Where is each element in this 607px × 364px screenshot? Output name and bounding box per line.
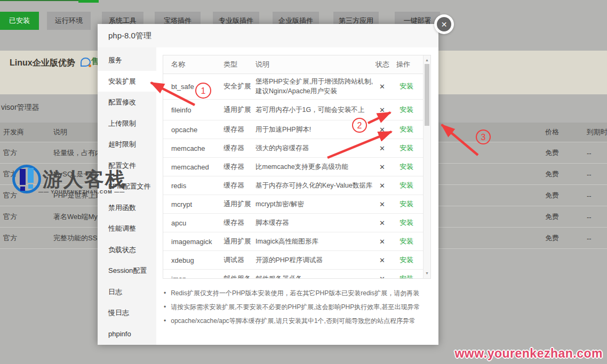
sidebar-item-性能调整[interactable]: 性能调整: [98, 218, 156, 239]
extension-desc: 强大的内容缓存器: [255, 143, 309, 153]
top-progress-line: [0, 0, 78, 1]
extension-type: 通用扩展: [223, 105, 251, 115]
sidebar-item-配置文件[interactable]: 配置文件: [98, 155, 156, 176]
extension-desc: 比memcache支持更多高级功能: [255, 162, 348, 172]
note-item: opcache/xcache/apc等脚本缓存扩展,请只安装其中1个,否则可能导…: [164, 314, 420, 328]
sidebar-item-上传限制[interactable]: 上传限制: [98, 113, 156, 134]
install-button[interactable]: 安装: [400, 125, 413, 134]
sidebar-item-日志[interactable]: 日志: [98, 281, 156, 303]
not-installed-icon: ✕: [379, 144, 385, 152]
not-installed-icon: ✕: [379, 126, 385, 134]
sidebar-item-配置修改[interactable]: 配置修改: [98, 92, 156, 113]
install-button[interactable]: 安装: [400, 181, 413, 190]
extension-type: 通用扩展: [223, 237, 251, 246]
install-button[interactable]: 安装: [400, 274, 413, 278]
not-installed-icon: ✕: [379, 200, 385, 208]
extension-type: 安全扩展: [223, 82, 251, 91]
top-tab[interactable]: 运行环境: [47, 12, 91, 30]
sidebar-item-超时限制[interactable]: 超时限制: [98, 134, 156, 155]
cell-vendor: 官方: [3, 148, 17, 158]
extension-row: opcache缓存器用于加速PHP脚本!✕安装: [163, 120, 423, 139]
sidebar-item-FPM配置文件[interactable]: FPM配置文件: [98, 176, 156, 197]
extension-name: mcrypt: [171, 200, 192, 208]
top-tab[interactable]: 已安装: [0, 12, 39, 30]
scrollbar-thumb[interactable]: [425, 64, 429, 126]
cell-desc: MySQL是一种关: [53, 169, 104, 179]
sidebar-item-慢日志[interactable]: 慢日志: [98, 302, 156, 323]
cell-desc: 完整功能的SSH: [53, 233, 102, 243]
cell-price: 免费: [545, 212, 559, 222]
extension-desc: 堡塔PHP安全扩展,用于增强防跨站机制,建议Nginx/Apache用户安装: [255, 77, 379, 96]
sidebar-item-安装扩展[interactable]: 安装扩展: [98, 71, 156, 92]
col-status: 状态: [376, 60, 389, 69]
not-installed-icon: ✕: [379, 106, 385, 114]
extension-row: memcache缓存器强大的内容缓存器✕安装: [163, 139, 423, 158]
cell-price: 免费: [545, 233, 559, 243]
sidebar-item-phpinfo[interactable]: phpinfo: [98, 323, 156, 345]
cell-vendor: 官方: [3, 212, 17, 222]
extension-desc: 邮件服务器必备: [255, 274, 302, 278]
col-expire: 到期时间: [587, 127, 607, 137]
scrollbar-up-icon[interactable]: ▲: [424, 56, 430, 64]
col-desc: 说明: [255, 60, 269, 69]
install-button[interactable]: 安装: [400, 82, 413, 91]
cell-vendor: 官方: [3, 191, 17, 200]
screen: 已安装运行环境系统工具宝塔插件专业版插件企业版插件第三方应用一键部署 Linux…: [0, 0, 607, 364]
extension-name: bt_safe: [171, 83, 194, 91]
extension-name: xdebug: [171, 256, 194, 264]
extension-type: 缓存器: [223, 162, 244, 172]
col-vendor: 开发商: [3, 127, 24, 137]
extension-name: opcache: [171, 126, 197, 134]
extension-desc: 基于内存亦可持久化的Key-Value数据库: [255, 181, 372, 190]
extension-row: fileinfo通用扩展若可用内存小于1G，可能会安装不上✕安装: [163, 100, 423, 120]
extension-name: imagemagick: [171, 238, 212, 246]
cell-expire: --: [587, 213, 592, 221]
col-desc: 说明: [53, 127, 67, 137]
close-button[interactable]: ✕: [434, 14, 454, 34]
extension-name: imap: [171, 275, 186, 279]
extension-desc: mcrypt加密/解密: [255, 199, 304, 209]
extension-name: memcache: [171, 144, 205, 152]
extension-row: memcached缓存器比memcache支持更多高级功能✕安装: [163, 158, 423, 176]
extension-type: 缓存器: [223, 143, 244, 153]
cell-expire: --: [587, 149, 592, 157]
extension-table-header: 名称 类型 说明 状态 操作: [163, 55, 430, 74]
modal-title: php-8.0管理: [108, 31, 151, 40]
cell-expire: --: [587, 170, 592, 178]
sidebar-item-服务[interactable]: 服务: [98, 50, 156, 71]
cell-expire: --: [587, 191, 592, 199]
install-button[interactable]: 安装: [400, 237, 413, 246]
sidebar-item-Session配置[interactable]: Session配置: [98, 260, 156, 281]
install-button[interactable]: 安装: [400, 143, 413, 153]
extension-type: 缓存器: [223, 125, 244, 134]
col-name: 名称: [171, 60, 185, 69]
install-button[interactable]: 安装: [400, 105, 413, 115]
extension-name: apcu: [171, 219, 186, 227]
extension-name: memcached: [171, 163, 209, 171]
extension-row: mcrypt通用扩展mcrypt加密/解密✕安装: [163, 195, 423, 214]
extension-desc: 用于加速PHP脚本!: [255, 125, 311, 134]
cell-desc: 轻量级，占有内: [53, 148, 102, 158]
install-button[interactable]: 安装: [400, 199, 413, 209]
site-url-watermark: www.yourenkezhan.com: [454, 346, 603, 361]
modal-sidebar: 服务安装扩展配置修改上传限制超时限制配置文件FPM配置文件禁用函数性能调整负载状…: [98, 47, 156, 345]
sidebar-item-负载状态[interactable]: 负载状态: [98, 239, 156, 261]
not-installed-icon: ✕: [379, 275, 385, 279]
extension-row: imagemagick通用扩展Imagick高性能图形库✕安装: [163, 232, 423, 251]
install-button[interactable]: 安装: [400, 255, 413, 265]
not-installed-icon: ✕: [379, 163, 385, 171]
cell-desc: 著名Web端MyS: [53, 212, 102, 222]
note-item: 请按实际需求安装扩展,不要安装不必要的PHP扩展,这会影响PHP执行效率,甚至出…: [164, 300, 420, 314]
cell-price: 免费: [545, 148, 559, 158]
extension-table-body: bt_safe安全扩展堡塔PHP安全扩展,用于增强防跨站机制,建议Nginx/A…: [163, 74, 423, 278]
modal-content: 名称 类型 说明 状态 操作 bt_safe安全扩展堡塔PHP安全扩展,用于增强…: [156, 47, 438, 345]
extension-desc: Imagick高性能图形库: [255, 237, 318, 246]
install-button[interactable]: 安装: [400, 218, 413, 228]
cell-desc: PHP是世界上最: [53, 191, 102, 200]
scrollbar-down-icon[interactable]: ▼: [424, 269, 430, 277]
sidebar-item-禁用函数[interactable]: 禁用函数: [98, 197, 156, 219]
table-scrollbar[interactable]: ▲ ▼: [423, 55, 430, 278]
php-manage-modal: php-8.0管理 ✕ 服务安装扩展配置修改上传限制超时限制配置文件FPM配置文…: [98, 24, 438, 345]
install-button[interactable]: 安装: [400, 162, 413, 172]
col-action: 操作: [396, 60, 410, 69]
